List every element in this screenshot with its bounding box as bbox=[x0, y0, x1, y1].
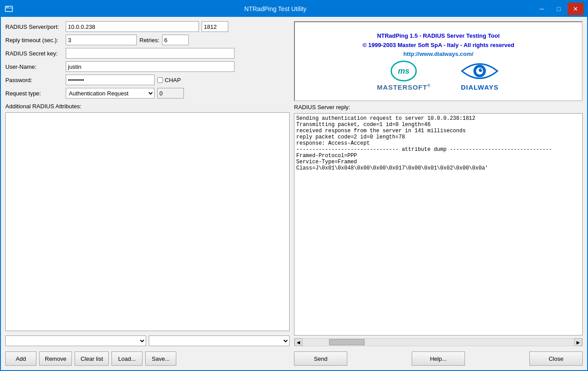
request-type-row: Request type: Authentication Request bbox=[5, 88, 290, 99]
server-label: RADIUS Server/port: bbox=[5, 24, 63, 30]
secret-input[interactable] bbox=[66, 48, 234, 59]
titlebar: NTRadPing Test Utility ─ □ ✕ bbox=[1, 1, 587, 17]
svg-text:ms: ms bbox=[398, 67, 409, 75]
retries-label: Retries: bbox=[139, 37, 159, 43]
info-line3: http://www.dialways.com/ bbox=[362, 50, 514, 59]
bottom-buttons: Add Remove Clear list Load... Save... bbox=[5, 351, 290, 366]
timeout-label: Reply timeout (sec.): bbox=[5, 37, 63, 43]
timeout-input[interactable] bbox=[66, 35, 137, 45]
scroll-right-arrow[interactable]: ▶ bbox=[574, 338, 582, 346]
timeout-row: Reply timeout (sec.): Retries: bbox=[5, 35, 290, 45]
help-button[interactable]: Help... bbox=[412, 351, 465, 366]
horizontal-scrollbar[interactable]: ◀ ▶ bbox=[294, 338, 583, 346]
remove-button[interactable]: Remove bbox=[39, 351, 72, 366]
secret-label: RADIUS Secret key: bbox=[5, 50, 63, 57]
close-window-button[interactable]: ✕ bbox=[568, 3, 584, 15]
mastersoft-logo: ms MASTERSOFT® bbox=[377, 59, 431, 91]
attr-type-dropdown[interactable] bbox=[5, 335, 146, 346]
window-title: NTRadPing Test Utility bbox=[17, 5, 534, 12]
username-input[interactable] bbox=[66, 61, 234, 72]
maximize-button[interactable]: □ bbox=[551, 3, 567, 15]
right-bottom-buttons: Send Help... Close bbox=[294, 351, 583, 366]
window-controls: ─ □ ✕ bbox=[534, 3, 584, 15]
svg-point-2 bbox=[6, 7, 7, 8]
attributes-box bbox=[5, 112, 290, 331]
mastersoft-icon: ms bbox=[388, 59, 419, 83]
send-button[interactable]: Send bbox=[294, 351, 347, 366]
password-row: Password: CHAP bbox=[5, 75, 290, 85]
dialways-text: DIALWAYS bbox=[461, 83, 499, 91]
clear-list-button[interactable]: Clear list bbox=[75, 351, 109, 366]
request-type-label: Request type: bbox=[5, 90, 63, 97]
port-input[interactable] bbox=[202, 21, 228, 32]
mastersoft-text: MASTERSOFT® bbox=[377, 83, 431, 91]
reply-box: Sending authentication request to server… bbox=[294, 113, 583, 335]
main-window: NTRadPing Test Utility ─ □ ✕ RADIUS Serv… bbox=[0, 0, 588, 371]
attributes-label: Additional RADIUS Attributes: bbox=[5, 103, 290, 110]
dialways-icon bbox=[460, 59, 500, 83]
request-id-input[interactable] bbox=[157, 88, 184, 99]
info-line2: © 1999-2003 Master Soft SpA - Italy - Al… bbox=[362, 41, 514, 50]
main-content: RADIUS Server/port: Reply timeout (sec.)… bbox=[1, 17, 587, 370]
attr-value-dropdown[interactable] bbox=[149, 335, 290, 346]
dialways-logo: DIALWAYS bbox=[460, 59, 500, 91]
scroll-thumb[interactable] bbox=[329, 339, 365, 345]
password-input[interactable] bbox=[66, 75, 155, 85]
svg-point-9 bbox=[481, 68, 483, 70]
server-row: RADIUS Server/port: bbox=[5, 21, 290, 32]
scroll-left-arrow[interactable]: ◀ bbox=[294, 338, 302, 346]
chap-row: CHAP bbox=[157, 77, 181, 83]
attr-dropdown-row bbox=[5, 335, 290, 346]
chap-checkbox[interactable] bbox=[157, 77, 163, 83]
reply-label: RADIUS Server reply: bbox=[294, 104, 583, 111]
password-label: Password: bbox=[5, 77, 63, 83]
left-panel: RADIUS Server/port: Reply timeout (sec.)… bbox=[5, 21, 290, 366]
secret-row: RADIUS Secret key: bbox=[5, 48, 290, 59]
app-icon bbox=[4, 4, 13, 13]
username-label: User-Name: bbox=[5, 63, 63, 70]
add-button[interactable]: Add bbox=[5, 351, 36, 366]
info-content: NTRadPing 1.5 - RADIUS Server Testing To… bbox=[362, 32, 514, 91]
request-type-select[interactable]: Authentication Request bbox=[66, 88, 155, 99]
save-button[interactable]: Save... bbox=[145, 351, 176, 366]
right-panel: NTRadPing 1.5 - RADIUS Server Testing To… bbox=[294, 21, 583, 366]
username-row: User-Name: bbox=[5, 61, 290, 72]
server-input[interactable] bbox=[66, 21, 199, 32]
minimize-button[interactable]: ─ bbox=[534, 3, 550, 15]
scroll-track[interactable] bbox=[302, 339, 574, 346]
chap-label: CHAP bbox=[165, 77, 181, 83]
load-button[interactable]: Load... bbox=[111, 351, 143, 366]
svg-point-3 bbox=[8, 7, 8, 8]
close-button[interactable]: Close bbox=[529, 351, 583, 366]
info-box: NTRadPing 1.5 - RADIUS Server Testing To… bbox=[294, 21, 583, 101]
retries-input[interactable] bbox=[162, 35, 189, 45]
logo-area: ms MASTERSOFT® bbox=[362, 59, 514, 91]
info-line1: NTRadPing 1.5 - RADIUS Server Testing To… bbox=[362, 32, 514, 41]
